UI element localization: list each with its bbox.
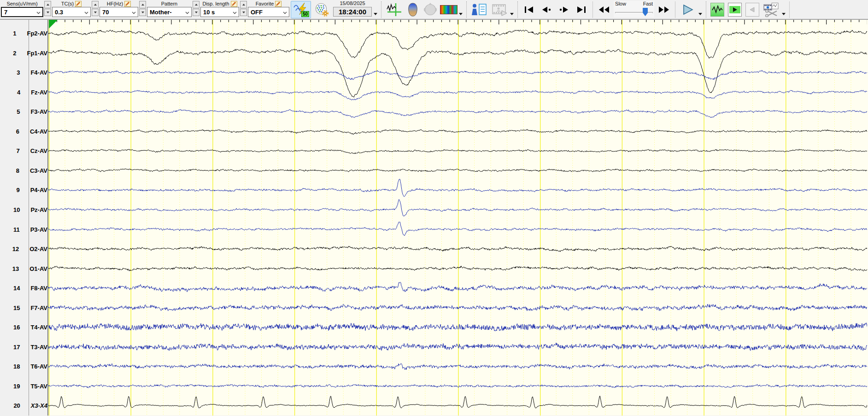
param-combobox[interactable]: Mother-	[147, 7, 192, 17]
spinner-up-button[interactable]	[193, 1, 199, 8]
channel-label: Fp2-AV	[19, 30, 47, 37]
step-forward-button[interactable]	[556, 1, 572, 18]
channel-row-f8-av[interactable]: 14F8-AV	[0, 284, 47, 292]
edit-pencil-icon[interactable]	[275, 1, 282, 7]
clip-export-button[interactable]	[762, 1, 781, 18]
play-icon	[681, 4, 694, 16]
skip-to-end-button[interactable]	[573, 1, 590, 18]
param-value: OFF	[251, 9, 263, 16]
channel-row-t5-av[interactable]: 19T5-AV	[0, 382, 47, 390]
spinner-down-button[interactable]	[139, 9, 146, 16]
separator	[381, 1, 381, 18]
skip-end-icon	[576, 5, 586, 14]
video-dropdown-arrow[interactable]	[510, 13, 514, 15]
trace-cz-av	[48, 149, 867, 154]
param-combobox[interactable]: OFF	[248, 7, 289, 17]
datetime-dropdown-arrow[interactable]	[374, 13, 377, 15]
play-forward-page-button[interactable]	[727, 1, 743, 18]
topography-map-button[interactable]	[405, 1, 421, 18]
param-combobox[interactable]: 0.3	[52, 7, 91, 17]
spectrogram-dropdown-arrow[interactable]	[459, 13, 463, 15]
channel-row-f4-av[interactable]: 3F4-AV	[0, 68, 47, 76]
fast-forward-button[interactable]	[656, 1, 672, 18]
eeg-traces-canvas[interactable]	[48, 20, 867, 416]
speed-slider-thumb[interactable]	[643, 8, 648, 16]
trace-f7-av	[48, 304, 867, 311]
param-label: Pattern	[161, 1, 177, 6]
channel-row-fp2-av[interactable]: 1Fp2-AV	[0, 29, 47, 37]
param-value: 7	[4, 9, 7, 16]
spinner-down-button[interactable]	[193, 9, 199, 16]
channel-row-p3-av[interactable]: 11P3-AV	[0, 225, 47, 234]
channel-label: T6-AV	[23, 363, 47, 370]
eeg-viewer-main: 1Fp2-AV2Fp1-AV3F4-AV4Fz-AV5F3-AV6C4-AV7C…	[0, 20, 868, 416]
channel-number: 17	[0, 344, 23, 351]
channel-row-c4-av[interactable]: 6C4-AV	[0, 127, 47, 135]
separator	[675, 1, 675, 18]
chevron-down-icon	[233, 9, 237, 16]
channel-number: 9	[0, 187, 23, 193]
video-film-icon	[491, 3, 508, 17]
toolbar: Sens(uV/mm)7TC(s)0.3HF(Hz)70PatternMothe…	[0, 0, 868, 20]
position-marker	[49, 20, 58, 29]
live-eeg-button[interactable]	[709, 1, 726, 18]
channel-row-f3-av[interactable]: 5F3-AV	[0, 107, 47, 116]
scissors-icon	[768, 11, 777, 16]
channel-row-t6-av[interactable]: 18T6-AV	[0, 362, 47, 370]
notch-filter-50hz-button[interactable]: 50	[291, 1, 311, 18]
channel-row-p4-av[interactable]: 9P4-AV	[0, 186, 47, 194]
channel-row-fz-av[interactable]: 4Fz-AV	[0, 88, 47, 96]
channel-row-pz-av[interactable]: 10Pz-AV	[0, 205, 47, 214]
channel-row-f7-av[interactable]: 15F7-AV	[0, 304, 47, 312]
spinner-down-button[interactable]	[240, 9, 247, 16]
spectrogram-icon	[440, 5, 457, 14]
param-spinner	[44, 0, 51, 17]
channel-label: T5-AV	[23, 383, 47, 390]
channel-row-fp1-av[interactable]: 2Fp1-AV	[0, 49, 47, 57]
slider-fast-label: Fast	[643, 1, 653, 8]
spectrogram-dsa-button[interactable]	[440, 1, 458, 18]
edit-pencil-icon[interactable]	[124, 1, 131, 7]
channel-row-t4-av[interactable]: 16T4-AV	[0, 323, 47, 331]
rewind-button[interactable]	[596, 1, 612, 18]
param-value: 0.3	[55, 9, 63, 16]
param-group-favorite: FavoriteOFF	[248, 0, 289, 17]
spinner-down-button[interactable]	[92, 9, 99, 16]
spinner-up-button[interactable]	[92, 1, 99, 8]
channel-label: O1-AV	[22, 265, 47, 272]
param-value: 70	[102, 9, 109, 16]
step-back-button[interactable]	[538, 1, 555, 18]
channel-number: 6	[0, 128, 23, 135]
patient-info-button[interactable]	[469, 1, 489, 18]
channel-row-x3-x4[interactable]: 20X3-X4	[0, 401, 47, 410]
montage-settings-button[interactable]	[312, 1, 331, 18]
param-combobox[interactable]: 10 s	[200, 7, 239, 17]
spinner-up-button[interactable]	[240, 1, 247, 8]
spinner-down-button[interactable]	[44, 9, 51, 16]
event-cursor-button[interactable]	[384, 1, 404, 18]
edit-pencil-icon[interactable]	[231, 1, 237, 7]
spinner-up-button[interactable]	[139, 1, 146, 8]
channel-row-o2-av[interactable]: 12O2-AV	[0, 245, 47, 253]
trace-t3-av	[48, 343, 867, 351]
separator	[592, 1, 593, 18]
param-combobox[interactable]: 7	[1, 7, 43, 17]
play-button[interactable]	[678, 1, 698, 18]
channel-label: Cz-AV	[23, 147, 47, 154]
trace-display-area[interactable]	[48, 20, 868, 416]
param-combobox[interactable]: 70	[100, 7, 138, 17]
channel-row-c3-av[interactable]: 8C3-AV	[0, 166, 47, 175]
video-playback-disabled-button	[490, 1, 509, 18]
clip-dropdown-arrow[interactable]	[782, 13, 786, 15]
edit-pencil-icon[interactable]	[75, 1, 82, 7]
param-label: Sens(uV/mm)	[6, 1, 37, 6]
play-dropdown-arrow[interactable]	[698, 13, 702, 15]
skip-to-start-button[interactable]	[521, 1, 537, 18]
param-group-tc-s-: TC(s)0.3	[52, 0, 99, 17]
current-time[interactable]: 18:24:00	[333, 7, 372, 17]
trace-t4-av	[48, 323, 867, 331]
channel-row-o1-av[interactable]: 13O1-AV	[0, 264, 47, 273]
channel-row-t3-av[interactable]: 17T3-AV	[0, 343, 47, 351]
spinner-up-button[interactable]	[44, 1, 51, 8]
channel-row-cz-av[interactable]: 7Cz-AV	[0, 146, 47, 155]
